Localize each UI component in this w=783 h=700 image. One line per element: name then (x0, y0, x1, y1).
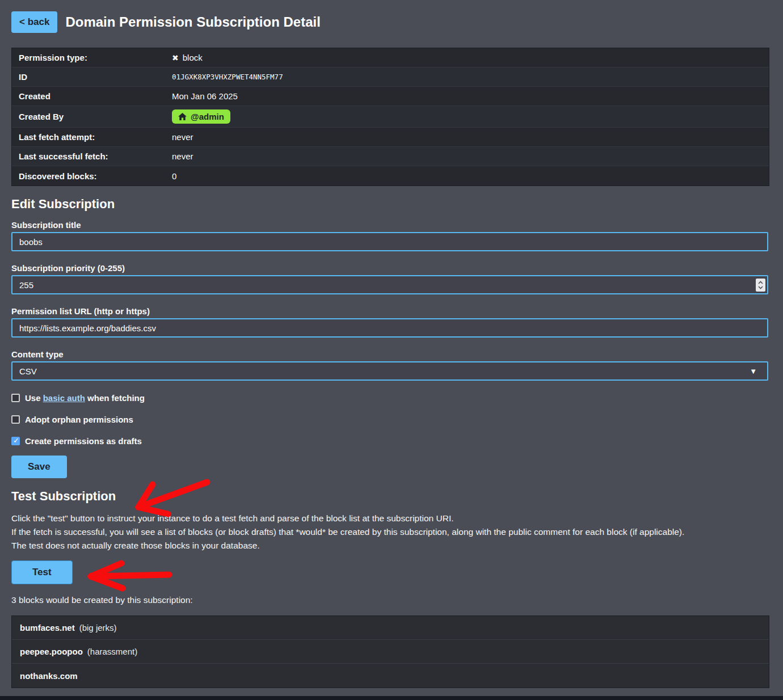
block-comment: (big jerks) (79, 623, 117, 632)
block-x-icon: ✖ (172, 53, 179, 62)
list-item: peepee.poopoo (harassment) (12, 640, 769, 664)
last-fetch-attempt: never (165, 129, 769, 145)
permission-list-url-label: Permission list URL (http or https) (11, 306, 768, 316)
content-type-label: Content type (11, 349, 768, 359)
created-by-badge[interactable]: @admin (172, 109, 230, 124)
basic-auth-check-row: Use basic auth when fetching (11, 393, 768, 403)
list-item: bumfaces.net (big jerks) (12, 616, 769, 640)
page-title: Domain Permission Subscription Detail (65, 14, 320, 30)
basic-auth-checkbox[interactable] (11, 394, 20, 402)
row-label: Last fetch attempt: (12, 129, 165, 145)
adopt-orphans-check-row: Adopt orphan permissions (11, 415, 768, 424)
basic-auth-link[interactable]: basic auth (43, 393, 85, 403)
table-row: Created By @admin (12, 106, 769, 128)
created-date: Mon Jan 06 2025 (165, 88, 769, 104)
back-button[interactable]: < back (11, 11, 57, 33)
create-drafts-check-row: Create permissions as drafts (11, 436, 768, 446)
test-description: Click the "test" button to instruct your… (11, 512, 768, 553)
save-button[interactable]: Save (11, 456, 67, 478)
table-row: Discovered blocks: 0 (12, 166, 769, 185)
row-value: ✖ block (165, 49, 769, 66)
row-label: Discovered blocks: (12, 168, 165, 184)
block-domain: bumfaces.net (20, 623, 75, 632)
adopt-orphans-checkbox[interactable] (11, 415, 20, 424)
last-successful-fetch: never (165, 148, 769, 165)
subscription-title-input[interactable] (11, 232, 768, 251)
test-result-summary: 3 blocks would be created by this subscr… (11, 595, 768, 605)
test-button[interactable]: Test (11, 560, 73, 584)
number-stepper[interactable] (756, 279, 765, 292)
row-label: Created (12, 88, 165, 104)
discovered-blocks-count: 0 (165, 168, 769, 184)
content-type-value: CSV (19, 366, 37, 376)
content-type-select[interactable]: CSV ▼ (11, 361, 768, 381)
block-domain: nothanks.com (20, 671, 78, 681)
subscription-title-label: Subscription title (11, 220, 768, 230)
table-row: Last successful fetch: never (12, 147, 769, 166)
table-row: Created Mon Jan 06 2025 (12, 87, 769, 106)
row-label: Created By (12, 108, 165, 125)
subscription-priority-input[interactable] (11, 275, 768, 294)
chevron-down-icon: ▼ (750, 367, 760, 376)
row-label: Permission type: (12, 49, 165, 66)
list-item: nothanks.com (12, 664, 769, 688)
block-domain: peepee.poopoo (20, 647, 83, 656)
permission-list-url-input[interactable] (11, 318, 768, 338)
edit-subscription-heading: Edit Subscription (11, 197, 768, 212)
table-row: Permission type: ✖ block (12, 48, 769, 68)
test-subscription-heading: Test Subscription (11, 489, 768, 504)
block-comment: (harassment) (87, 647, 137, 656)
page-header: < back Domain Permission Subscription De… (11, 11, 768, 33)
test-result-blocks-list: bumfaces.net (big jerks) peepee.poopoo (… (11, 615, 769, 688)
create-drafts-checkbox[interactable] (11, 437, 20, 445)
home-icon (178, 113, 187, 120)
subscription-id: 01JGXK8XP3VHXZPWET4NN5FM77 (165, 69, 769, 85)
row-label: ID (12, 69, 165, 85)
checkbox-label: when fetching (87, 393, 145, 403)
checkbox-label: Adopt orphan permissions (25, 415, 133, 424)
created-by-username: @admin (191, 112, 224, 121)
row-label: Last successful fetch: (12, 148, 165, 165)
checkbox-label: Use (25, 393, 41, 403)
table-row: Last fetch attempt: never (12, 128, 769, 147)
page-bottom-edge (0, 696, 783, 700)
subscription-priority-label: Subscription priority (0-255) (11, 263, 768, 273)
table-row: ID 01JGXK8XP3VHXZPWET4NN5FM77 (12, 68, 769, 87)
checkbox-label: Create permissions as drafts (25, 436, 142, 446)
subscription-info-table: Permission type: ✖ block ID 01JGXK8XP3VH… (11, 48, 769, 186)
